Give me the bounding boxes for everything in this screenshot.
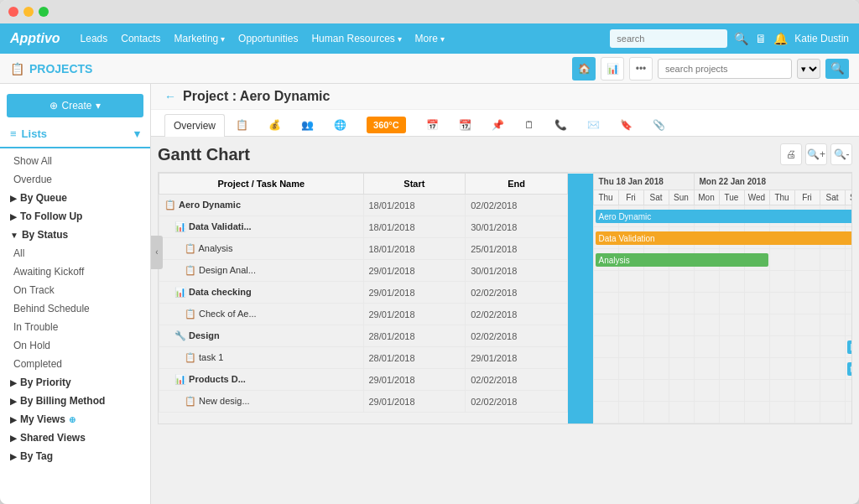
sidebar-item-by-tag[interactable]: ▶ By Tag [0,447,150,465]
tab-overview[interactable]: Overview [164,114,225,137]
task-icon: 📊 [174,374,186,384]
task-name: Products D... [189,374,246,384]
sidebar-item-on-track[interactable]: On Track [0,281,150,299]
nav-search-area: 🔍 🖥 🔔 Katie Dustin [610,29,849,48]
sidebar: ⊕ Create ▾ ≡ Lists ▾ Show All Overdue ▶ … [0,84,151,504]
minimize-icon[interactable] [23,7,34,17]
project-search-button[interactable]: 🔍 [825,59,849,79]
sidebar-item-by-status[interactable]: ▼ By Status [0,226,150,244]
sidebar-item-overdue[interactable]: Overdue [0,170,150,189]
sub-nav-right: 🏠 📊 ••• ▾ 🔍 [572,57,849,81]
titlebar [0,0,859,23]
sidebar-item-show-all[interactable]: Show All [0,152,150,170]
gantt-title-row: Gantt Chart 🖨 🔍+ 🔍- [158,143,852,165]
task-name: task 1 [199,352,223,362]
task-name: Design [189,330,220,340]
gantt-actions: 🖨 🔍+ 🔍- [780,143,852,165]
sidebar-item-awaiting[interactable]: Awaiting Kickoff [0,262,150,281]
screen-icon[interactable]: 🖥 [755,32,767,45]
tab-8[interactable]: 🗒 [515,113,544,136]
nav-opportunities[interactable]: Opportunities [238,33,298,44]
tabs-bar: Overview 📋 💰 👥 🌐 360°C 📅 📆 📌 🗒 📞 ✉️ 🔖 📎 [151,110,859,137]
sub-nav: 📋 PROJECTS 🏠 📊 ••• ▾ 🔍 [0,54,859,84]
bell-icon[interactable]: 🔔 [773,32,788,45]
lists-icon: ≡ [10,127,17,140]
sidebar-item-in-trouble[interactable]: In Trouble [0,318,150,336]
tab-4[interactable]: 🌐 [325,113,356,136]
zoom-in-button[interactable]: 🔍+ [805,143,827,165]
task-icon: 🔧 [174,330,186,340]
sidebar-item-on-hold[interactable]: On Hold [0,336,150,355]
chart-button[interactable]: 📊 [601,57,624,81]
gantt-title: Gantt Chart [158,145,250,164]
col-start-header: Start [363,174,466,195]
task-icon: 📊 [174,287,186,297]
sidebar-item-all[interactable]: All [0,244,150,262]
create-dropdown-icon: ▾ [96,100,101,112]
sidebar-item-by-billing[interactable]: ▶ By Billing Method [0,392,150,410]
chevron-right-icon: ▶ [10,434,17,443]
tab-1[interactable]: 📋 [226,113,258,136]
tab-7[interactable]: 📌 [482,113,513,136]
tab-9[interactable]: 📞 [545,113,576,136]
sidebar-item-shared-views[interactable]: ▶ Shared Views [0,429,150,447]
maximize-icon[interactable] [39,7,49,17]
task-name: Aero Dynamic [179,200,241,210]
zoom-out-button[interactable]: 🔍- [830,143,852,165]
back-button[interactable]: ← [164,90,176,103]
sidebar-item-by-priority[interactable]: ▶ By Priority [0,373,150,392]
sidebar-item-by-queue[interactable]: ▶ By Queue [0,189,150,207]
more-options-button[interactable]: ••• [629,57,653,81]
task-icon: 📋 [185,396,196,406]
tab-5[interactable]: 📅 [417,113,448,136]
tab-3[interactable]: 👥 [292,113,323,136]
task-name: Data Validati... [189,221,252,231]
tab-360[interactable]: 360°C [357,113,415,136]
tab-2[interactable]: 💰 [259,113,290,136]
user-menu[interactable]: Katie Dustin [794,33,849,44]
tab-12[interactable]: 📎 [643,113,674,136]
lists-collapse-icon: ▾ [134,127,140,140]
task-icon: 📊 [174,221,186,231]
tab-6[interactable]: 📆 [450,113,481,136]
nav-leads[interactable]: Leads [81,33,108,44]
app-window: Apptivo Leads Contacts Marketing Opportu… [0,0,859,504]
top-nav: Apptivo Leads Contacts Marketing Opportu… [0,23,859,54]
task-icon: 📋 [185,309,196,319]
col-task-header: Project / Task Name [159,174,364,195]
sidebar-item-my-views[interactable]: ▶ My Views ⊕ [0,410,150,429]
chevron-right-icon: ▶ [10,415,17,424]
sidebar-collapse-button[interactable]: ‹ [151,236,163,269]
sidebar-item-completed[interactable]: Completed [0,355,150,373]
task-icon: 📋 [185,352,196,362]
nav-marketing[interactable]: Marketing [174,33,225,44]
task-icon: 📋 [185,243,196,253]
close-icon[interactable] [8,7,18,17]
gantt-right-panel: Thu 18 Jan 2018Mon 22 Jan 2018Mon 29 Jan… [568,173,851,423]
tab-10[interactable]: ✉️ [578,113,609,136]
sidebar-item-to-follow-up[interactable]: ▶ To Follow Up [0,207,150,226]
chevron-right-icon: ▶ [10,378,17,387]
project-search-input[interactable] [658,59,792,79]
sidebar-item-behind-schedule[interactable]: Behind Schedule [0,299,150,318]
nav-more[interactable]: More [415,33,445,44]
create-button[interactable]: ⊕ Create ▾ [7,94,143,117]
lists-header[interactable]: ≡ Lists ▾ [0,124,150,148]
chevron-right-icon: ▶ [10,212,17,221]
chevron-down-icon: ▼ [10,231,18,240]
search-input[interactable] [610,29,727,48]
project-search-dropdown[interactable]: ▾ [797,59,820,79]
chevron-right-icon: ▶ [10,397,17,406]
task-icon: 📋 [164,200,176,210]
task-name: New desig... [199,396,250,406]
my-views-add-icon[interactable]: ⊕ [69,415,75,424]
nav-contacts[interactable]: Contacts [121,33,160,44]
home-button[interactable]: 🏠 [572,57,596,81]
search-icon[interactable]: 🔍 [734,32,748,45]
nav-hr[interactable]: Human Resources [311,33,401,44]
chevron-right-icon: ▶ [10,194,17,203]
print-button[interactable]: 🖨 [780,143,802,165]
task-name: Data checking [189,287,252,297]
chevron-right-icon: ▶ [10,452,17,461]
tab-11[interactable]: 🔖 [611,113,642,136]
